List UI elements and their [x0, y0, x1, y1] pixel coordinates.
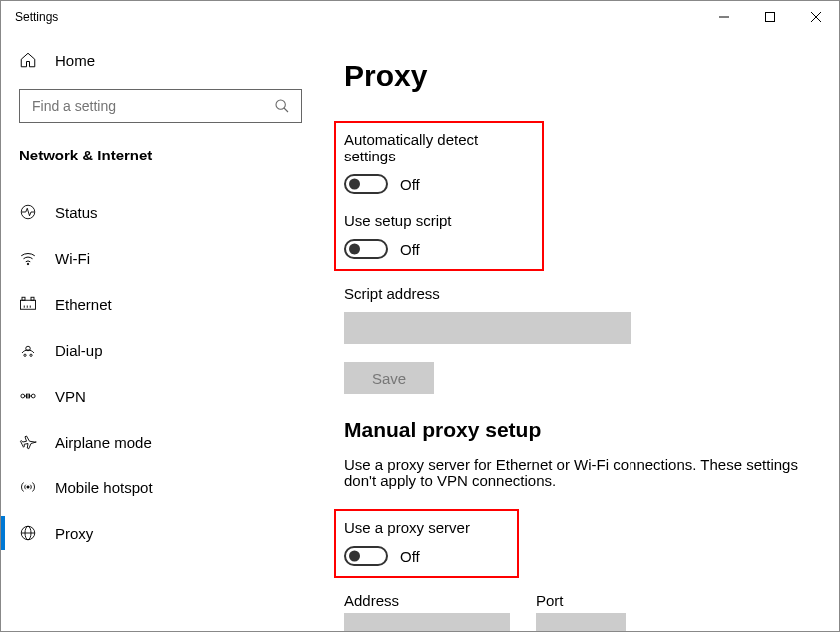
svg-rect-9 [22, 297, 25, 300]
use-proxy-toggle[interactable] [344, 546, 388, 566]
content: Proxy Automatically detect settings Off … [320, 33, 839, 631]
use-script-label: Use setup script [344, 212, 530, 229]
window-title: Settings [15, 10, 58, 24]
sidebar-item-label: Dial-up [55, 342, 103, 359]
use-script-toggle[interactable] [344, 239, 388, 259]
svg-point-4 [276, 100, 285, 109]
page-title: Proxy [344, 59, 815, 93]
search-box[interactable] [19, 89, 302, 123]
sidebar-item-label: Wi-Fi [55, 250, 90, 267]
sidebar-item-wifi[interactable]: Wi-Fi [1, 235, 320, 281]
home-label: Home [55, 52, 95, 69]
svg-rect-1 [766, 13, 775, 22]
sidebar-item-label: Proxy [55, 525, 93, 542]
use-script-state: Off [400, 241, 420, 258]
highlight-proxy-section: Use a proxy server Off [334, 509, 519, 578]
svg-point-18 [31, 394, 35, 398]
sidebar-item-airplane[interactable]: Airplane mode [1, 419, 320, 465]
maximize-button[interactable] [747, 1, 793, 33]
svg-rect-10 [31, 297, 34, 300]
search-input[interactable] [30, 97, 273, 115]
save-button-label: Save [372, 370, 406, 387]
auto-detect-label: Automatically detect settings [344, 131, 530, 164]
address-input [344, 613, 510, 631]
svg-point-17 [21, 394, 25, 398]
sidebar-item-label: Mobile hotspot [55, 479, 153, 496]
script-address-input [344, 312, 631, 344]
ethernet-icon [19, 295, 37, 313]
sidebar: Home Network & Internet Status Wi-Fi [1, 33, 320, 631]
sidebar-item-dialup[interactable]: Dial-up [1, 327, 320, 373]
use-proxy-state: Off [400, 548, 420, 565]
hotspot-icon [19, 478, 37, 496]
sidebar-item-status[interactable]: Status [1, 189, 320, 235]
svg-rect-8 [21, 300, 36, 309]
sidebar-item-hotspot[interactable]: Mobile hotspot [1, 465, 320, 510]
search-icon [273, 97, 291, 115]
port-input [536, 613, 626, 631]
titlebar: Settings [1, 1, 839, 33]
sidebar-item-label: Ethernet [55, 296, 112, 313]
close-button[interactable] [793, 1, 839, 33]
svg-point-14 [24, 354, 26, 356]
address-label: Address [344, 592, 510, 609]
manual-section-title: Manual proxy setup [344, 418, 815, 442]
wifi-icon [19, 249, 37, 267]
sidebar-item-vpn[interactable]: VPN [1, 373, 320, 419]
use-proxy-label: Use a proxy server [344, 519, 505, 536]
auto-detect-state: Off [400, 176, 420, 193]
proxy-icon [19, 524, 37, 542]
home-link[interactable]: Home [1, 41, 320, 79]
vpn-icon [19, 387, 37, 405]
sidebar-item-label: Status [55, 204, 98, 221]
save-button: Save [344, 362, 434, 394]
sidebar-item-label: Airplane mode [55, 434, 152, 451]
home-icon [19, 51, 37, 69]
category-title: Network & Internet [1, 141, 320, 179]
sidebar-item-proxy[interactable]: Proxy [1, 510, 320, 556]
svg-line-5 [284, 108, 288, 112]
dialup-icon [19, 341, 37, 359]
svg-point-21 [27, 486, 29, 488]
status-icon [19, 203, 37, 221]
airplane-icon [19, 433, 37, 451]
svg-point-7 [27, 263, 29, 265]
svg-point-15 [30, 354, 32, 356]
minimize-button[interactable] [701, 1, 747, 33]
port-label: Port [536, 592, 626, 609]
sidebar-item-label: VPN [55, 388, 86, 405]
script-address-label: Script address [344, 285, 815, 302]
highlight-auto-section: Automatically detect settings Off Use se… [334, 121, 544, 271]
manual-help-text: Use a proxy server for Ethernet or Wi-Fi… [344, 456, 803, 489]
auto-detect-toggle[interactable] [344, 174, 388, 194]
sidebar-item-ethernet[interactable]: Ethernet [1, 281, 320, 327]
